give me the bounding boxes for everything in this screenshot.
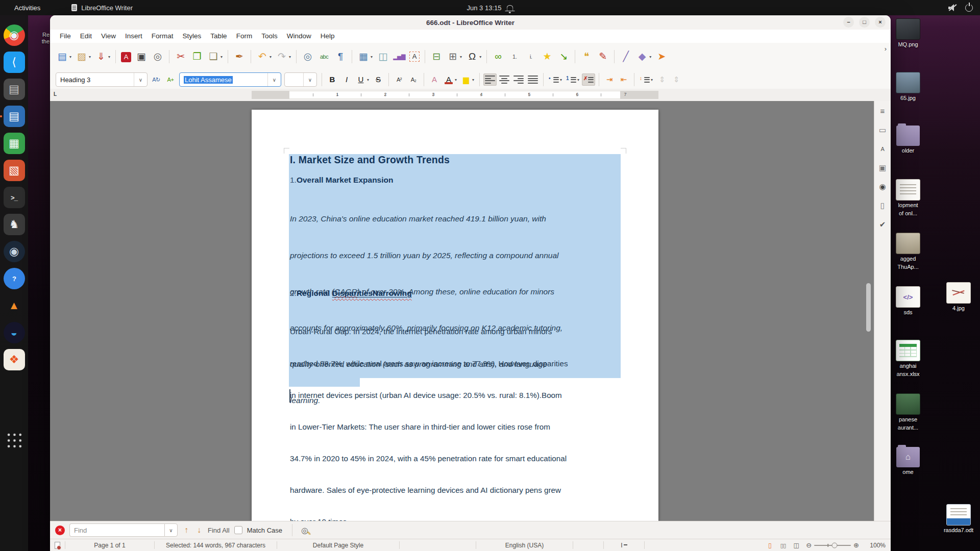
paragraph-style-dropdown[interactable]: ∨ xyxy=(134,73,147,86)
dock-libreoffice-impress[interactable]: ▧ xyxy=(4,160,25,181)
menu-form[interactable]: Form xyxy=(232,30,257,43)
minimize-button[interactable]: – xyxy=(843,17,854,28)
desktop-item-panese[interactable]: paneseaurant... xyxy=(891,393,925,447)
open-file[interactable]: ▨▾ xyxy=(74,49,92,64)
insert-cross-reference[interactable]: ↘ xyxy=(556,49,571,64)
decrease-indent[interactable]: ⇤ xyxy=(617,73,630,86)
page-number-status[interactable]: Page 1 of 1 xyxy=(65,541,155,549)
find-and-replace[interactable]: ◎ xyxy=(300,49,315,64)
desktop-item-rasdda7-odt[interactable]: rasdda7.odt xyxy=(941,504,976,534)
insert-special-character[interactable]: Ω▾ xyxy=(464,49,483,64)
copy[interactable]: ❐ xyxy=(189,49,205,64)
update-style[interactable]: A↻ xyxy=(150,73,163,86)
dock-chrome[interactable]: ◉ xyxy=(4,24,25,46)
insert-page-break[interactable]: ⊟ xyxy=(429,49,444,64)
find-previous-button[interactable]: ↑ xyxy=(182,525,190,535)
ordered-list-dropdown[interactable]: ▾ xyxy=(577,78,579,82)
print-preview[interactable]: ◎ xyxy=(150,49,165,64)
menu-table[interactable]: Table xyxy=(206,30,231,43)
desktop-item-older[interactable]: older xyxy=(891,126,925,179)
focused-app-indicator[interactable]: LibreOffice Writer xyxy=(71,4,133,12)
desktop-item-lopment[interactable]: lopmentof onl... xyxy=(891,179,925,233)
highlight-color-dropdown[interactable]: ▾ xyxy=(472,78,474,82)
dock-help[interactable]: ? xyxy=(4,268,25,289)
zoom-in-button[interactable]: ⊕ xyxy=(853,541,859,549)
italic[interactable]: I xyxy=(340,73,353,86)
insert-image[interactable]: ◫ xyxy=(375,49,390,64)
insert-footnote[interactable]: 1. xyxy=(507,49,522,64)
navigator-panel[interactable]: ◉ xyxy=(876,181,889,193)
clear-formatting[interactable]: A xyxy=(428,73,441,86)
gallery-panel[interactable]: ▣ xyxy=(876,162,889,174)
justified[interactable] xyxy=(526,73,540,86)
subscript[interactable]: A₂ xyxy=(407,73,420,86)
page-panel[interactable]: ▯ xyxy=(876,199,889,212)
desktop-item-mq-png[interactable]: MQ.png xyxy=(891,18,925,72)
underline-dropdown[interactable]: ▾ xyxy=(367,78,369,82)
track-changes[interactable]: ✎ xyxy=(595,49,610,64)
tab-stop-selector[interactable]: L xyxy=(54,91,57,97)
basic-shapes[interactable]: ◆▾ xyxy=(634,49,653,64)
find-all-button[interactable]: Find All xyxy=(208,527,230,534)
dock-dark-app[interactable]: ◒ xyxy=(4,322,25,343)
styles-panel[interactable]: A xyxy=(876,143,889,155)
strikethrough[interactable]: S xyxy=(372,73,385,86)
horizontal-ruler[interactable]: 1234567 xyxy=(252,91,658,99)
clone-formatting[interactable]: ✒ xyxy=(232,49,247,64)
align-center[interactable] xyxy=(498,73,511,86)
menu-styles[interactable]: Styles xyxy=(178,30,206,43)
find-and-replace-icon[interactable]: ◎ xyxy=(301,525,308,535)
maximize-button[interactable]: □ xyxy=(859,17,870,28)
insert-field-dropdown[interactable]: ▾ xyxy=(460,55,462,59)
desktop-item-sds[interactable]: sds xyxy=(891,286,925,340)
new-document-dropdown[interactable]: ▾ xyxy=(69,55,71,59)
dock-vscode[interactable]: ⟨ xyxy=(4,52,25,73)
properties-panel[interactable]: ▭ xyxy=(876,124,889,136)
insert-table-dropdown[interactable]: ▾ xyxy=(371,55,373,59)
font-color[interactable]: A▾ xyxy=(442,73,458,86)
single-page-view[interactable]: ▯ xyxy=(765,540,775,550)
new-style[interactable]: A+ xyxy=(164,73,177,86)
line-spacing-dropdown[interactable]: ▾ xyxy=(651,78,653,82)
menu-view[interactable]: View xyxy=(96,30,120,43)
desktop-item-anghai[interactable]: anghaiansx.xlsx xyxy=(891,340,925,393)
menu-insert[interactable]: Insert xyxy=(120,30,147,43)
insert-endnote[interactable]: i. xyxy=(523,49,538,64)
dock-files[interactable]: ▤ xyxy=(4,79,25,100)
cut[interactable]: ✂ xyxy=(173,49,188,64)
save-dropdown[interactable]: ▾ xyxy=(108,55,110,59)
insert-table[interactable]: ▦▾ xyxy=(356,49,374,64)
desktop-file-partial-label[interactable]: Re the xyxy=(28,32,50,45)
find-next-button[interactable]: ↓ xyxy=(195,525,203,535)
menu-help[interactable]: Help xyxy=(316,30,339,43)
toolbar-overflow-chevron[interactable]: › xyxy=(885,45,887,53)
dock-app-store[interactable]: ❖ xyxy=(4,349,25,370)
zoom-slider-track[interactable] xyxy=(814,545,851,546)
page-style-status[interactable]: Default Page Style xyxy=(277,541,400,549)
no-list[interactable]: ✗ xyxy=(582,73,595,86)
insert-hyperlink[interactable]: ∞ xyxy=(491,49,506,64)
insert-special-character-dropdown[interactable]: ▾ xyxy=(479,55,481,59)
insert-bookmark[interactable]: ★ xyxy=(540,49,555,64)
font-size-combobox[interactable]: ∨ xyxy=(284,72,317,87)
insert-comment[interactable]: ❝ xyxy=(579,49,594,64)
zoom-out-button[interactable]: ⊖ xyxy=(806,541,812,549)
system-status-area[interactable] xyxy=(948,4,973,12)
font-name-combobox[interactable]: Lohit Assamese ∨ xyxy=(179,72,281,87)
line-spacing[interactable]: ↕▾ xyxy=(638,73,654,86)
insert-mode-status[interactable]: I xyxy=(604,541,645,549)
open-file-dropdown[interactable]: ▾ xyxy=(89,55,91,59)
sidebar-menu[interactable]: ≡ xyxy=(876,105,889,117)
underline[interactable]: U▾ xyxy=(354,73,371,86)
document-modified-indicator[interactable] xyxy=(50,541,65,549)
undo-dropdown[interactable]: ▾ xyxy=(270,55,272,59)
menu-edit[interactable]: Edit xyxy=(76,30,96,43)
superscript[interactable]: A² xyxy=(393,73,406,86)
vertical-scrollbar[interactable] xyxy=(866,283,871,332)
bold[interactable]: B xyxy=(326,73,339,86)
redo[interactable]: ↷▾ xyxy=(274,49,292,64)
style-inspector-panel[interactable]: ✔ xyxy=(876,218,889,231)
clock-button[interactable]: Jun 3 13:15 xyxy=(467,4,513,12)
paragraph-style-combobox[interactable]: Heading 3 ∨ xyxy=(56,72,148,87)
undo[interactable]: ↶▾ xyxy=(255,49,273,64)
